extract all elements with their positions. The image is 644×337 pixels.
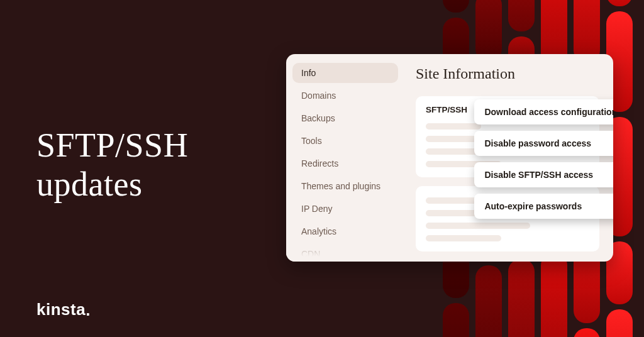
skeleton-line <box>426 123 481 130</box>
page-title: Site Information <box>416 65 599 82</box>
menu-disable-password[interactable]: Disable password access <box>474 131 613 156</box>
sidebar-item-domains[interactable]: Domains <box>292 86 398 106</box>
sidebar-item-backups[interactable]: Backups <box>292 108 398 128</box>
brand-text: kinsta <box>36 300 86 319</box>
sidebar-item-redirects[interactable]: Redirects <box>292 153 398 174</box>
sidebar-item-info[interactable]: Info <box>292 63 398 83</box>
menu-disable-sftp-ssh[interactable]: Disable SFTP/SSH access <box>474 162 613 187</box>
actions-menu: Download access configurations Disable p… <box>474 99 613 219</box>
sidebar-item-analytics[interactable]: Analytics <box>292 221 398 241</box>
skeleton-line <box>426 223 530 229</box>
brand-dot-icon: . <box>86 301 87 320</box>
sidebar-item-themes-plugins[interactable]: Themes and plugins <box>292 176 398 196</box>
menu-download-config[interactable]: Download access configurations <box>474 99 613 124</box>
app-panel: Info Domains Backups Tools Redirects The… <box>286 54 613 262</box>
sidebar-item-tools[interactable]: Tools <box>292 131 398 151</box>
sidebar-item-ip-deny[interactable]: IP Deny <box>292 199 398 219</box>
menu-auto-expire[interactable]: Auto-expire passwords <box>474 194 613 219</box>
headline-line-2: updates <box>36 165 142 203</box>
skeleton-line <box>426 235 501 241</box>
brand-logo: kinsta. <box>36 300 87 319</box>
page-headline: SFTP/SSH updates <box>36 126 188 204</box>
sidebar: Info Domains Backups Tools Redirects The… <box>286 54 404 262</box>
main-content: Site Information SFTP/SSH Download acces… <box>404 54 613 262</box>
skeleton-line <box>426 197 481 204</box>
sidebar-item-cdn[interactable]: CDN <box>292 244 398 262</box>
headline-line-1: SFTP/SSH <box>36 126 188 164</box>
